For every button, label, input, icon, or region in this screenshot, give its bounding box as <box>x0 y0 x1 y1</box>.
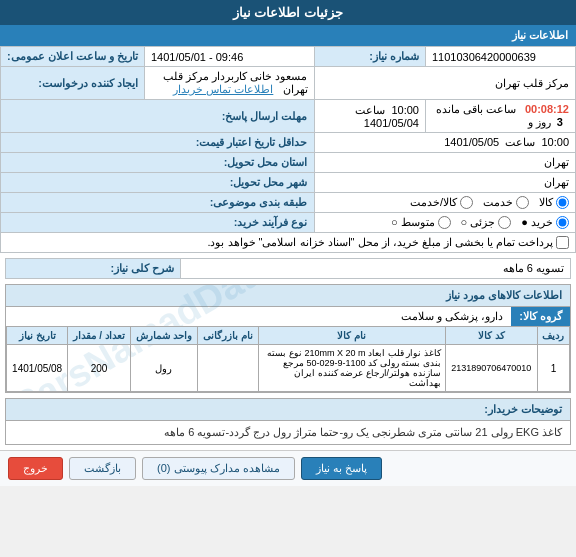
send-time-cell: 10:00 ساعت 1401/05/04 <box>314 100 425 133</box>
delivery-city-value: تهران <box>314 173 576 193</box>
date-value: 1401/05/01 - 09:46 <box>144 47 314 67</box>
description-label: شرح کلی نیاز: <box>6 259 181 279</box>
purchase-type-label: نوع فرآیند خرید: <box>1 213 315 233</box>
payment-checkbox-label[interactable]: پرداخت تمام یا بخشی از مبلغ خرید، از محل… <box>7 236 569 249</box>
col-brand: نام بازرگانی <box>197 327 258 345</box>
goods-title: اطلاعات کالاهای مورد نیاز <box>446 289 562 301</box>
goods-section: ParsNamadData اطلاعات کالاهای مورد نیاز … <box>5 284 571 393</box>
cell-row: 1 <box>537 345 569 392</box>
info-section: اطلاعات نیاز 11010306420000639 شماره نیا… <box>0 25 576 253</box>
goods-group-value: دارو، پزشکی و سلامت <box>393 307 511 326</box>
goods-table-wrapper: ردیف کد کالا نام کالا نام بازرگانی واحد … <box>6 326 570 392</box>
date-label: تاریخ و ساعت اعلان عمومی: <box>1 47 145 67</box>
goods-table: ردیف کد کالا نام کالا نام بازرگانی واحد … <box>6 326 570 392</box>
cell-name: کاغذ نوار قلب ابعاد 210mm X 20 m نوع بست… <box>258 345 445 392</box>
notes-header: توضیحات خریدار: <box>6 399 570 421</box>
description-table: تسویه 6 ماهه شرح کلی نیاز: <box>5 258 571 279</box>
bottom-buttons: پاسخ به نیاز مشاهده مدارک پیوستی (0) باز… <box>0 450 576 486</box>
back-button[interactable]: بازگشت <box>69 457 136 480</box>
col-quantity: تعداد / مقدار <box>68 327 131 345</box>
delivery-province-label: استان محل تحویل: <box>1 153 315 173</box>
purchase-type-motavasset[interactable]: متوسط ○ <box>391 216 451 229</box>
cell-brand <box>197 345 258 392</box>
info-section-title: اطلاعات نیاز <box>0 25 576 46</box>
payment-note-text: پرداخت تمام یا بخشی از مبلغ خرید، از محل… <box>207 236 553 249</box>
creator-value-cell: مسعود خانی کاربردار مرکز قلب تهران اطلاع… <box>144 67 314 100</box>
col-date: تاریخ نیاز <box>7 327 68 345</box>
send-date-row: 00:08:12 ساعت باقی مانده 3 روز و 10:00 س… <box>1 100 576 133</box>
purchase-type-kharid[interactable]: خرید ● <box>521 216 569 229</box>
notes-section: توضیحات خریدار: کاغذ EKG رولی 21 سانتی م… <box>5 398 571 445</box>
product-type-label: طبقه بندی موضوعی: <box>1 193 315 213</box>
col-row: ردیف <box>537 327 569 345</box>
col-name: نام کالا <box>258 327 445 345</box>
product-type-kala[interactable]: کالا <box>539 196 569 209</box>
delivery-province-row: تهران استان محل تحویل: <box>1 153 576 173</box>
credit-date-cell: 10:00 ساعت 1401/05/05 <box>314 133 576 153</box>
send-date-value: 1401/05/04 <box>364 117 419 129</box>
goods-table-header-row: ردیف کد کالا نام کالا نام بازرگانی واحد … <box>7 327 570 345</box>
info-table: 11010306420000639 شماره نیاز: 1401/05/01… <box>0 46 576 253</box>
cell-code: 2131890706470010 <box>445 345 537 392</box>
description-row: تسویه 6 ماهه شرح کلی نیاز: <box>6 259 571 279</box>
description-section: تسویه 6 ماهه شرح کلی نیاز: <box>5 258 571 279</box>
credit-date-value: 1401/05/05 <box>444 136 499 148</box>
product-type-options: کالا خدمت کالا/خدمت <box>314 193 576 213</box>
credit-date-label: حداقل تاریخ اعتبار قیمت: <box>1 133 315 153</box>
send-days-value: 3 <box>557 116 563 128</box>
send-time-value: 10:00 <box>391 104 419 116</box>
send-remaining-value: 00:08:12 <box>525 103 569 115</box>
product-type-khadamat[interactable]: خدمت <box>483 196 529 209</box>
description-value: تسویه 6 ماهه <box>181 259 571 279</box>
delivery-city-label: شهر محل تحویل: <box>1 173 315 193</box>
purchase-type-options: خرید ● جزئی ○ متوسط ○ <box>314 213 576 233</box>
page-header: جزئیات اطلاعات نیاز <box>0 0 576 25</box>
credit-time-value: 10:00 <box>541 136 569 148</box>
goods-group-label: گروه کالا: <box>511 307 570 326</box>
cell-quantity: 200 <box>68 345 131 392</box>
creator-label: ایجاد کننده درخواست: <box>1 67 145 100</box>
send-date-label: مهلت ارسال پاسخ: <box>1 100 315 133</box>
send-remaining-cell: 00:08:12 ساعت باقی مانده 3 روز و <box>425 100 575 133</box>
credit-date-row: 10:00 ساعت 1401/05/05 حداقل تاریخ اعتبار… <box>1 133 576 153</box>
exit-button[interactable]: خروج <box>8 457 63 480</box>
col-unit: واحد شمارش <box>130 327 197 345</box>
reply-button[interactable]: پاسخ به نیاز <box>301 457 382 480</box>
purchase-type-jozi[interactable]: جزئی ○ <box>461 216 512 229</box>
notes-content: کاغذ EKG رولی 21 سانتی متری شطرنجی یک رو… <box>6 421 570 444</box>
delivery-province-value: تهران <box>314 153 576 173</box>
order-number-value: 11010306420000639 <box>425 47 575 67</box>
view-docs-button[interactable]: مشاهده مدارک پیوستی (0) <box>142 457 295 480</box>
page-title: جزئیات اطلاعات نیاز <box>233 5 343 20</box>
requester-location-value: مرکز قلب تهران <box>314 67 576 100</box>
cell-date: 1401/05/08 <box>7 345 68 392</box>
order-number-row: 11010306420000639 شماره نیاز: 1401/05/01… <box>1 47 576 67</box>
product-type-row: کالا خدمت کالا/خدمت طبقه بندی موضوعی: <box>1 193 576 213</box>
creator-link[interactable]: اطلاعات تماس خریدار <box>173 83 273 95</box>
purchase-type-row: خرید ● جزئی ○ متوسط ○ نوع فرآیند خرید: <box>1 213 576 233</box>
goods-group-row: گروه کالا: دارو، پزشکی و سلامت <box>6 307 570 326</box>
product-type-kala-khadamat[interactable]: کالا/خدمت <box>410 196 473 209</box>
order-number-label: شماره نیاز: <box>314 47 425 67</box>
table-row: 1 2131890706470010 کاغذ نوار قلب ابعاد 2… <box>7 345 570 392</box>
payment-note: پرداخت تمام یا بخشی از مبلغ خرید، از محل… <box>1 233 576 253</box>
delivery-city-row: تهران شهر محل تحویل: <box>1 173 576 193</box>
payment-checkbox[interactable] <box>556 236 569 249</box>
cell-unit: رول <box>130 345 197 392</box>
send-remaining-label: ساعت باقی مانده <box>436 103 516 115</box>
location-row: مرکز قلب تهران مسعود خانی کاربردار مرکز … <box>1 67 576 100</box>
col-code: کد کالا <box>445 327 537 345</box>
payment-note-row: پرداخت تمام یا بخشی از مبلغ خرید، از محل… <box>1 233 576 253</box>
goods-header: اطلاعات کالاهای مورد نیاز <box>6 285 570 307</box>
